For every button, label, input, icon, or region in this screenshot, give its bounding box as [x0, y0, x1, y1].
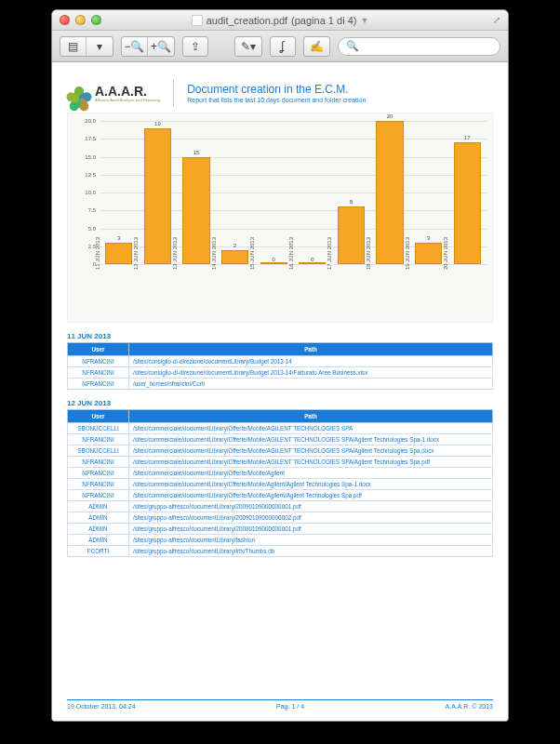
share-button[interactable]: ⇪ — [182, 36, 208, 57]
column-header: User — [68, 343, 129, 356]
cell-user: SBONUCCELLI — [68, 445, 129, 457]
text-tool-button[interactable]: ʆ — [270, 36, 296, 57]
table-row: NFRANCINI/sites/consiglio-di-direzione/d… — [68, 367, 493, 379]
table-row: ADMIN/sites/gruppo-alfresco/documentLibr… — [68, 524, 493, 535]
table-row: FCORTI/sites/gruppo-alfresco/documentLib… — [68, 546, 493, 557]
cell-path: /sites/gruppo-alfresco/documentLibrary/2… — [129, 501, 493, 512]
cell-user: NFRANCINI — [68, 479, 129, 490]
column-header: Path — [129, 410, 493, 423]
fullscreen-button[interactable]: ⤢ — [493, 15, 500, 25]
data-table: UserPathSBONUCCELLI/sites/commerciale/do… — [67, 409, 493, 557]
report-titles: Document creation in the E.C.M. Report t… — [187, 83, 366, 103]
data-table: UserPathNFRANCINI/sites/consiglio-di-dir… — [67, 342, 493, 390]
bar-value-label: 19 — [154, 121, 161, 126]
section-date-heading: 11 JUN 2013 — [67, 332, 493, 340]
zoom-button[interactable] — [91, 15, 101, 25]
bar-value-label: 8 — [350, 199, 353, 205]
table-row: ADMIN/sites/gruppo-alfresco/documentLibr… — [68, 535, 493, 546]
column-header: User — [68, 410, 129, 423]
table-row: ADMIN/sites/gruppo-alfresco/documentLibr… — [68, 512, 493, 524]
bar-value-label: 17 — [464, 135, 471, 140]
search-icon: 🔍 — [346, 40, 359, 52]
minimize-button[interactable] — [75, 15, 86, 25]
app-window: audit_creation.pdf (pagina 1 di 4) ▼ ⤢ ▤… — [51, 9, 509, 722]
logo-tagline: Alfresco Audit Analysis and Reporting — [95, 98, 160, 102]
zoom-in-button[interactable]: +🔍 — [148, 37, 174, 56]
cell-path: /user_homes/nfrancini/Corti — [129, 379, 493, 390]
cell-user: NFRANCINI — [68, 367, 129, 379]
view-mode-group[interactable]: ▤ ▾ — [60, 36, 113, 57]
document-page: A.A.A.R. Alfresco Audit Analysis and Rep… — [52, 62, 508, 721]
report-header: A.A.A.R. Alfresco Audit Analysis and Rep… — [67, 79, 493, 107]
logo-icon — [67, 81, 91, 105]
column-header: Path — [129, 343, 493, 356]
table-row: NFRANCINI/sites/consiglio-di-direzione/d… — [68, 356, 493, 367]
cell-path: /sites/commerciale/documentLibrary/Offer… — [129, 423, 493, 434]
zoom-group[interactable]: −🔍 +🔍 — [121, 36, 175, 57]
close-button[interactable] — [60, 15, 70, 25]
logo: A.A.A.R. Alfresco Audit Analysis and Rep… — [67, 79, 160, 107]
highlight-button[interactable]: ✎▾ — [234, 36, 262, 57]
table-row: NFRANCINI/sites/commerciale/documentLibr… — [68, 434, 493, 445]
y-tick: 12.5 — [72, 172, 96, 178]
y-tick: 17.5 — [72, 136, 96, 141]
report-subtitle: Report that lists the last 10 days docum… — [187, 97, 366, 103]
view-options-button[interactable]: ▾ — [87, 37, 113, 56]
bar-value-label: 20 — [387, 113, 393, 119]
table-row: SBONUCCELLI/sites/commerciale/documentLi… — [68, 445, 493, 457]
y-tick: 2.5 — [72, 244, 96, 249]
annotate-button[interactable]: ✍ — [303, 36, 330, 57]
table-row: SBONUCCELLI/sites/commerciale/documentLi… — [68, 423, 493, 434]
title-dropdown-icon[interactable]: ▼ — [360, 16, 368, 25]
cell-path: /sites/gruppo-alfresco/documentLibrary/f… — [129, 535, 493, 546]
cell-user: FCORTI — [68, 546, 129, 557]
search-field[interactable]: 🔍 — [338, 37, 500, 56]
cell-user: ADMIN — [68, 535, 129, 546]
cell-user: NFRANCINI — [68, 457, 129, 468]
x-tick: 20 JUN 2013 — [443, 237, 491, 270]
y-tick: 15.0 — [72, 154, 96, 160]
window-title-suffix: (pagina 1 di 4) — [291, 15, 356, 26]
cell-path: /sites/commerciale/documentLibrary/Offer… — [129, 434, 493, 445]
cell-path: /sites/gruppo-alfresco/documentLibrary/2… — [129, 524, 493, 535]
window-controls — [52, 15, 101, 25]
y-tick: 10.0 — [72, 190, 96, 195]
bar-value-label: 15 — [193, 150, 200, 155]
toolbar: ▤ ▾ −🔍 +🔍 ⇪ ✎▾ ʆ ✍ 🔍 — [52, 31, 508, 62]
y-tick: 7.5 — [72, 207, 96, 213]
bar-chart: 02.55.07.510.012.515.017.520.03191520082… — [67, 113, 493, 323]
table-row: NFRANCINI/sites/commerciale/documentLibr… — [68, 468, 493, 479]
y-tick: 20.0 — [72, 118, 96, 124]
cell-path: /sites/consiglio-di-direzione/documentLi… — [129, 356, 493, 367]
footer-timestamp: 19 October 2013, 04:24 — [67, 703, 136, 710]
thumbnails-view-button[interactable]: ▤ — [60, 37, 87, 56]
zoom-out-button[interactable]: −🔍 — [122, 37, 148, 56]
cell-user: ADMIN — [68, 501, 129, 512]
cell-user: NFRANCINI — [68, 356, 129, 367]
header-divider — [173, 79, 174, 107]
titlebar: audit_creation.pdf (pagina 1 di 4) ▼ ⤢ — [52, 10, 508, 31]
window-title: audit_creation.pdf (pagina 1 di 4) ▼ — [52, 15, 508, 26]
cell-user: ADMIN — [68, 512, 129, 524]
y-tick: 0 — [72, 261, 96, 267]
cell-user: NFRANCINI — [68, 490, 129, 501]
cell-user: NFRANCINI — [68, 379, 129, 390]
cell-path: /sites/commerciale/documentLibrary/Offer… — [129, 490, 493, 501]
table-row: NFRANCINI/sites/commerciale/documentLibr… — [68, 457, 493, 468]
cell-path: /sites/gruppo-alfresco/documentLibrary/2… — [129, 512, 493, 524]
table-row: NFRANCINI/user_homes/nfrancini/Corti — [68, 379, 493, 390]
cell-user: ADMIN — [68, 524, 129, 535]
cell-user: NFRANCINI — [68, 434, 129, 445]
cell-path: /sites/commerciale/documentLibrary/Offer… — [129, 445, 493, 457]
report-title: Document creation in the E.C.M. — [187, 83, 366, 96]
logo-text: A.A.A.R. — [95, 85, 160, 98]
table-row: ADMIN/sites/gruppo-alfresco/documentLibr… — [68, 501, 493, 512]
table-row: NFRANCINI/sites/commerciale/documentLibr… — [68, 490, 493, 501]
footer-pagination: Pag. 1 / 4 — [276, 703, 304, 710]
y-tick: 5.0 — [72, 226, 96, 232]
cell-path: /sites/gruppo-alfresco/documentLibrary/i… — [129, 546, 493, 557]
section-date-heading: 12 JUN 2013 — [67, 399, 493, 407]
cell-user: SBONUCCELLI — [68, 423, 129, 434]
footer-copyright: A.A.A.R. © 2013 — [446, 703, 493, 710]
cell-path: /sites/commerciale/documentLibrary/Offer… — [129, 479, 493, 490]
